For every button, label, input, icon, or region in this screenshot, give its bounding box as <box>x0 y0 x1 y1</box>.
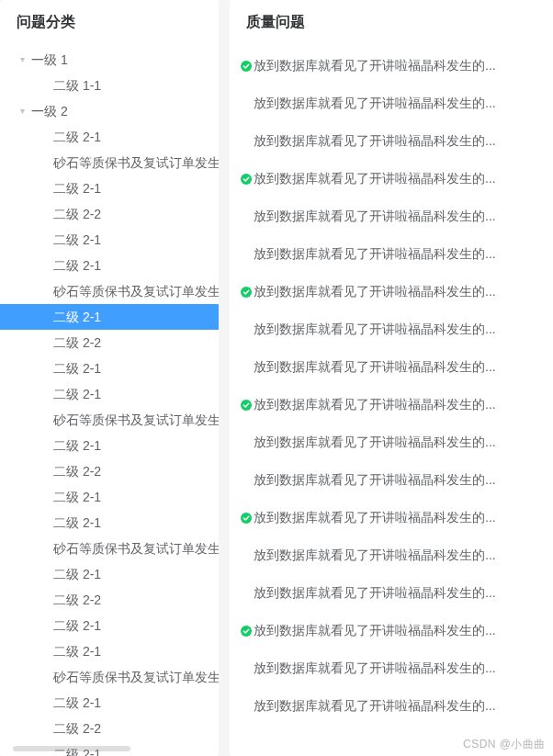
tree-node[interactable]: 二级 2-1 <box>0 227 219 253</box>
list-item[interactable]: 放到数据库就看见了开讲啦福晶科发生的... <box>241 310 542 348</box>
tree-node-label: 砂石等质保书及复试订单发生的回复客户 <box>50 664 219 690</box>
category-tree[interactable]: ▾一级 1二级 1-1▾一级 2二级 2-1砂石等质保书及复试订单发生的回复客户… <box>0 47 219 756</box>
caret-down-icon[interactable]: ▾ <box>17 47 28 73</box>
horizontal-scrollbar[interactable] <box>13 746 130 751</box>
list-item[interactable]: 放到数据库就看见了开讲啦福晶科发生的... <box>241 499 542 536</box>
tree-node-label: 砂石等质保书及复试订单发生的回复客户 <box>50 407 219 433</box>
tree-node[interactable]: 二级 2-1 <box>0 124 219 150</box>
tree-node-label: 二级 2-1 <box>50 227 101 253</box>
tree-node[interactable]: 二级 2-1 <box>0 690 219 716</box>
tree-node-label: 二级 2-1 <box>50 381 101 407</box>
tree-node[interactable]: 二级 2-1 <box>0 561 219 587</box>
tree-node-label: 二级 2-1 <box>50 613 101 638</box>
tree-node-label: 二级 2-1 <box>50 561 101 587</box>
tree-node[interactable]: 二级 2-1 <box>0 381 219 407</box>
tree-node[interactable]: 二级 2-1 <box>0 433 219 458</box>
list-item[interactable]: 放到数据库就看见了开讲啦福晶科发生的... <box>241 423 542 461</box>
tree-node-label: 二级 2-2 <box>50 716 101 741</box>
list-item-text: 放到数据库就看见了开讲啦福晶科发生的... <box>254 171 496 187</box>
svg-point-3 <box>241 400 252 411</box>
tree-node-label: 二级 2-2 <box>50 587 101 613</box>
tree-node[interactable]: 二级 2-2 <box>0 716 219 741</box>
list-item-text: 放到数据库就看见了开讲啦福晶科发生的... <box>254 397 496 413</box>
list-item[interactable]: 放到数据库就看见了开讲啦福晶科发生的... <box>241 461 542 499</box>
tree-node-label: 二级 2-2 <box>50 458 101 484</box>
list-item[interactable]: 放到数据库就看见了开讲啦福晶科发生的... <box>241 348 542 386</box>
tree-node-label: 二级 2-1 <box>50 484 101 510</box>
list-item-text: 放到数据库就看见了开讲啦福晶科发生的... <box>254 510 496 526</box>
list-item-text: 放到数据库就看见了开讲啦福晶科发生的... <box>254 322 496 338</box>
tree-node[interactable]: 砂石等质保书及复试订单发生的回复客户 <box>0 407 219 433</box>
list-item-text: 放到数据库就看见了开讲啦福晶科发生的... <box>254 96 496 112</box>
tree-node[interactable]: ▾一级 2 <box>0 98 219 124</box>
tree-node-label: 二级 2-1 <box>50 175 101 201</box>
check-circle-icon <box>241 513 254 524</box>
tree-node-label: 二级 2-1 <box>50 638 101 664</box>
watermark: CSDN @小曲曲 <box>463 737 546 752</box>
tree-node[interactable]: 砂石等质保书及复试订单发生的回复客户 <box>0 536 219 561</box>
svg-point-0 <box>241 61 252 72</box>
list-item[interactable]: 放到数据库就看见了开讲啦福晶科发生的... <box>241 687 542 725</box>
tree-node[interactable]: 二级 1-1 <box>0 73 219 98</box>
tree-node[interactable]: 二级 2-1 <box>0 484 219 510</box>
list-item[interactable]: 放到数据库就看见了开讲啦福晶科发生的... <box>241 122 542 160</box>
tree-node-label: 砂石等质保书及复试订单发生的回复客户 <box>50 278 219 304</box>
list-item[interactable]: 放到数据库就看见了开讲啦福晶科发生的... <box>241 386 542 423</box>
check-circle-icon <box>241 61 254 72</box>
list-item-text: 放到数据库就看见了开讲啦福晶科发生的... <box>254 133 496 150</box>
list-item-text: 放到数据库就看见了开讲啦福晶科发生的... <box>254 209 496 225</box>
tree-node[interactable]: 二级 2-2 <box>0 330 219 355</box>
list-item-text: 放到数据库就看见了开讲啦福晶科发生的... <box>254 284 496 300</box>
tree-node[interactable]: 二级 2-1 <box>0 175 219 201</box>
list-item-text: 放到数据库就看见了开讲啦福晶科发生的... <box>254 359 496 376</box>
svg-point-5 <box>241 626 252 637</box>
tree-node-label: 一级 2 <box>28 98 68 124</box>
list-item[interactable]: 放到数据库就看见了开讲啦福晶科发生的... <box>241 273 542 310</box>
tree-node[interactable]: 砂石等质保书及复试订单发生的回复客户 <box>0 664 219 690</box>
tree-node-label: 一级 1 <box>28 47 68 73</box>
list-item[interactable]: 放到数据库就看见了开讲啦福晶科发生的... <box>241 649 542 687</box>
tree-node-label: 二级 2-2 <box>50 201 101 227</box>
tree-node[interactable]: ▾一级 1 <box>0 47 219 73</box>
main-container: 问题分类 ▾一级 1二级 1-1▾一级 2二级 2-1砂石等质保书及复试订单发生… <box>0 0 553 756</box>
list-item[interactable]: 放到数据库就看见了开讲啦福晶科发生的... <box>241 536 542 574</box>
tree-node-label: 砂石等质保书及复试订单发生的回复客户 <box>50 536 219 561</box>
tree-node[interactable]: 二级 2-2 <box>0 458 219 484</box>
tree-node[interactable]: 二级 2-1 <box>0 304 219 330</box>
list-item[interactable]: 放到数据库就看见了开讲啦福晶科发生的... <box>241 85 542 122</box>
tree-node[interactable]: 二级 2-1 <box>0 613 219 638</box>
tree-node-label: 二级 1-1 <box>50 73 101 98</box>
list-item[interactable]: 放到数据库就看见了开讲啦福晶科发生的... <box>241 160 542 197</box>
category-panel: 问题分类 ▾一级 1二级 1-1▾一级 2二级 2-1砂石等质保书及复试订单发生… <box>0 0 219 756</box>
tree-node[interactable]: 二级 2-1 <box>0 510 219 536</box>
list-item-text: 放到数据库就看见了开讲啦福晶科发生的... <box>254 434 496 451</box>
list-item[interactable]: 放到数据库就看见了开讲啦福晶科发生的... <box>241 574 542 612</box>
svg-point-4 <box>241 513 252 524</box>
tree-node-label: 砂石等质保书及复试订单发生的回复客户 <box>50 150 219 175</box>
tree-node-label: 二级 2-1 <box>50 253 101 278</box>
check-circle-icon <box>241 400 254 411</box>
quality-panel-title: 质量问题 <box>230 0 553 47</box>
list-item-text: 放到数据库就看见了开讲啦福晶科发生的... <box>254 623 496 639</box>
tree-node[interactable]: 二级 2-1 <box>0 355 219 381</box>
tree-node[interactable]: 二级 2-1 <box>0 638 219 664</box>
list-item-text: 放到数据库就看见了开讲啦福晶科发生的... <box>254 472 496 489</box>
list-item[interactable]: 放到数据库就看见了开讲啦福晶科发生的... <box>241 612 542 649</box>
tree-node-label: 二级 2-1 <box>50 124 101 150</box>
tree-node-label: 二级 2-1 <box>50 304 101 330</box>
list-item[interactable]: 放到数据库就看见了开讲啦福晶科发生的... <box>241 235 542 273</box>
tree-node[interactable]: 二级 2-2 <box>0 201 219 227</box>
list-item[interactable]: 放到数据库就看见了开讲啦福晶科发生的... <box>241 47 542 85</box>
tree-node-label: 二级 2-2 <box>50 330 101 355</box>
tree-node-label: 二级 2-1 <box>50 690 101 716</box>
tree-node[interactable]: 砂石等质保书及复试订单发生的回复客户 <box>0 150 219 175</box>
tree-node[interactable]: 二级 2-1 <box>0 253 219 278</box>
tree-node-label: 二级 2-1 <box>50 355 101 381</box>
quality-list[interactable]: 放到数据库就看见了开讲啦福晶科发生的...放到数据库就看见了开讲啦福晶科发生的.… <box>230 47 553 756</box>
tree-node[interactable]: 砂石等质保书及复试订单发生的回复客户 <box>0 278 219 304</box>
list-item-text: 放到数据库就看见了开讲啦福晶科发生的... <box>254 698 496 715</box>
list-item[interactable]: 放到数据库就看见了开讲啦福晶科发生的... <box>241 197 542 235</box>
tree-node[interactable]: 二级 2-2 <box>0 587 219 613</box>
list-item-text: 放到数据库就看见了开讲啦福晶科发生的... <box>254 58 496 74</box>
caret-down-icon[interactable]: ▾ <box>17 98 28 124</box>
